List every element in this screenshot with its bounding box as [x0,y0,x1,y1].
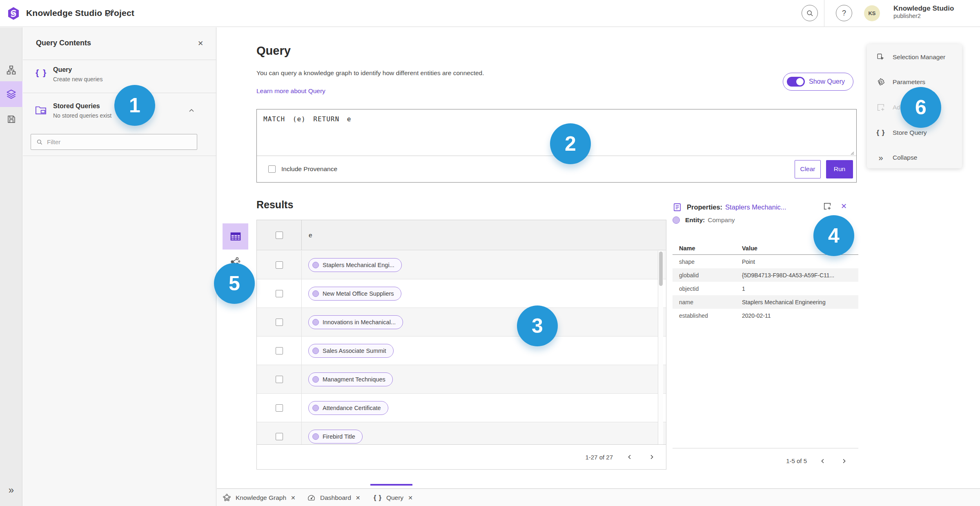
sidebar-item-contents[interactable] [0,81,22,107]
contents-item-query[interactable]: { } Query Create new queries [23,60,216,93]
filter-field [31,134,197,150]
properties-entity-link[interactable]: Staplers Mechanic... [725,203,786,211]
data-model-icon [6,65,16,75]
close-panel-icon[interactable]: ✕ [195,38,206,49]
save-icon [7,114,16,124]
close-tab-icon[interactable]: ✕ [408,495,413,501]
entity-pill[interactable]: Sales Associate Summit [308,344,394,358]
table-row: Firebird Title [257,422,666,445]
item-title: Stored Queries [53,103,100,110]
chevron-right-icon [840,457,848,465]
select-all-checkbox[interactable] [276,232,283,239]
properties-doc-icon [673,203,682,212]
row-checkbox[interactable] [276,433,283,440]
previous-page-button[interactable] [624,452,635,462]
row-checkbox[interactable] [276,347,283,354]
results-pagination: 1-27 of 27 [257,444,666,469]
results-table-body: Staplers Mechanical Engi... New Metal Of… [257,251,666,445]
table-row: Managment Techniques [257,365,666,394]
section-divider [23,156,216,156]
entity-pill[interactable]: Firebird Title [308,430,363,444]
include-provenance-label: Include Provenance [281,165,337,173]
chevron-left-icon [626,453,633,461]
close-properties-icon[interactable]: ✕ [841,202,847,211]
entity-dot-icon [312,262,319,268]
next-page-button[interactable] [646,452,657,462]
collapse-item[interactable]: » Collapse [876,151,917,164]
entity-dot-icon [312,348,319,354]
table-row: New Metal Office Suppliers [257,279,666,308]
user-role: publisher2 [893,13,954,20]
row-checkbox[interactable] [276,319,283,326]
add-to-icon[interactable] [823,202,832,211]
table-row: Staplers Mechanical Engi... [257,251,666,279]
add-to-item-disabled: Ad [876,101,900,114]
name-column-header: Name [673,245,742,252]
filter-input[interactable] [43,138,197,145]
user-info: Knowledge Studio publisher2 [893,4,954,20]
property-row: name Staplers Mechanical Engineering [673,295,858,309]
entity-dot-icon [312,290,319,297]
toggle-label: Show Query [809,78,845,85]
annotation-badge-1: 1 [114,85,155,126]
store-query-item[interactable]: { } Store Query [876,126,927,139]
tab-query-active[interactable]: { } Query ✕ [374,489,413,506]
entity-dot-icon [673,216,680,224]
expand-rail-button[interactable]: » [0,482,22,498]
row-checkbox[interactable] [276,290,283,297]
project-title: Knowledge Studio Project [26,8,134,18]
edit-title-icon[interactable] [105,8,116,19]
braces-icon: { } [876,129,886,137]
property-row: globalid {5D9B4713-F98D-4A53-A59F-C11... [673,268,858,282]
learn-more-link[interactable]: Learn more about Query [256,87,325,95]
entity-label: Entity: [685,216,705,224]
sidebar-item-data-model[interactable] [0,58,22,81]
clear-button[interactable]: Clear [795,160,821,178]
row-checkbox[interactable] [276,404,283,412]
sidebar-item-save[interactable] [0,108,22,131]
table-view-button[interactable] [223,223,248,250]
panel-title: Query Contents [36,39,91,47]
show-query-toggle[interactable]: Show Query [783,73,853,91]
parameters-item[interactable]: Parameters [876,76,925,89]
selection-manager-item[interactable]: Selection Manager [876,51,945,64]
row-checkbox[interactable] [276,376,283,383]
tab-knowledge-graph[interactable]: Knowledge Graph ✕ [223,489,296,506]
braces-icon: { } [36,68,47,78]
results-scrollbar[interactable] [658,251,663,445]
avatar[interactable]: KS [864,5,880,21]
close-tab-icon[interactable]: ✕ [356,495,361,501]
entity-pill[interactable]: Attendance Certificate [308,401,388,415]
table-row: Attendance Certificate [257,394,666,422]
entity-dot-icon [312,433,319,440]
property-row: established 2020-02-11 [673,309,858,322]
entity-pill[interactable]: Managment Techniques [308,372,393,386]
property-row: objectid 1 [673,282,858,295]
row-checkbox[interactable] [276,261,283,269]
double-chevron-right-icon: » [876,153,886,163]
item-subtitle: No stored queries exist [53,112,111,119]
pagination-range: 1-27 of 27 [585,454,613,461]
previous-page-button[interactable] [817,456,828,466]
tab-dashboard[interactable]: Dashboard ✕ [307,489,361,506]
resize-handle-icon[interactable] [849,150,854,155]
entity-pill[interactable]: Staplers Mechanical Engi... [308,258,402,272]
search-button[interactable] [802,5,818,21]
property-row: shape Point [673,255,858,268]
chevron-left-icon [819,457,826,465]
entity-pill[interactable]: Innovations in Mechanical... [308,315,403,329]
entity-pill[interactable]: New Metal Office Suppliers [308,287,401,301]
run-button[interactable]: Run [826,160,853,178]
results-title: Results [256,199,293,211]
scrollbar-thumb[interactable] [659,252,663,286]
chevron-up-icon[interactable] [187,107,196,115]
page-title: Query [256,44,291,58]
close-tab-icon[interactable]: ✕ [291,495,296,501]
include-provenance-checkbox[interactable] [268,165,276,173]
left-icon-rail: » [0,27,22,506]
annotation-badge-6: 6 [900,87,941,128]
next-page-button[interactable] [839,456,849,466]
help-button[interactable]: ? [836,5,852,21]
item-subtitle: Create new queries [53,76,102,82]
knowledge-graph-icon [223,493,231,502]
